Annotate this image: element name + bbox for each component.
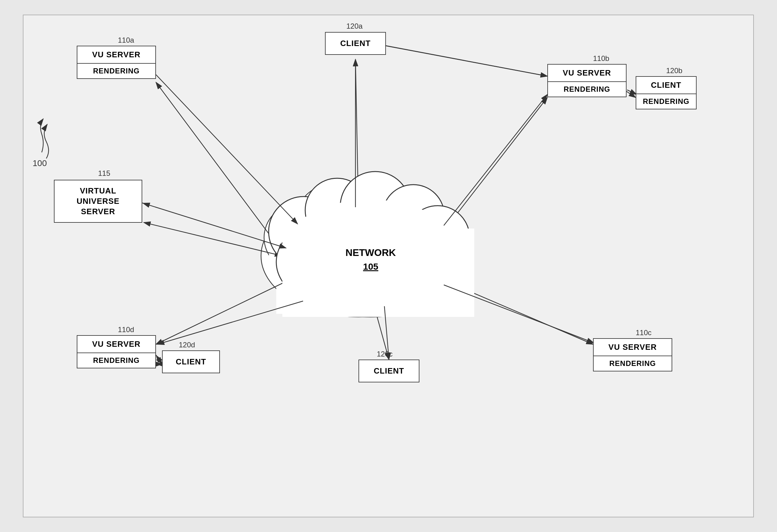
client-b-ref: 120b — [666, 67, 682, 75]
client-b-sub: RENDERING — [636, 94, 696, 109]
client-c: CLIENT — [358, 359, 419, 383]
svg-point-15 — [382, 185, 444, 247]
vu-server-c-ref: 110c — [636, 328, 652, 337]
client-d: CLIENT — [162, 350, 220, 373]
vu-server-c-sub: RENDERING — [594, 356, 672, 371]
vu-server-d: VU SERVER RENDERING — [77, 335, 156, 368]
arrow-net-vuc — [444, 285, 594, 343]
svg-point-18 — [283, 200, 459, 306]
arrow-vub-clientb — [627, 91, 636, 98]
arrow-client-a-vub — [386, 46, 547, 76]
svg-point-12 — [269, 197, 339, 267]
svg-point-1 — [264, 204, 331, 271]
client-d-ref: 120d — [179, 341, 195, 349]
vu-server-d-title: VU SERVER — [77, 336, 155, 353]
arrow-net-vub — [444, 94, 547, 225]
client-a: CLIENT — [325, 32, 386, 55]
arrow-vua-net — [156, 75, 298, 224]
arrow-vub-cb — [627, 90, 637, 94]
client-d-label: CLIENT — [162, 351, 219, 373]
arrow-vud-clientd — [156, 355, 162, 364]
svg-point-14 — [340, 172, 410, 242]
arrow-network-vud — [156, 280, 289, 344]
vu-server-d-sub: RENDERING — [77, 353, 155, 368]
arrow-network-vuc — [444, 280, 593, 344]
vus-ref: 115 — [98, 169, 110, 178]
arrow-network-vub — [441, 98, 547, 235]
vu-server-b-ref: 110b — [593, 54, 609, 63]
arrow-vus-net — [142, 203, 286, 248]
svg-point-16 — [406, 206, 470, 270]
client-b: CLIENT RENDERING — [636, 76, 696, 109]
svg-point-17 — [276, 207, 465, 317]
svg-rect-19 — [283, 228, 474, 317]
vu-server-b-sub: RENDERING — [548, 82, 626, 97]
virtual-universe-server: VIRTUALUNIVERSESERVER — [54, 180, 142, 223]
arrow-network-client-a — [355, 60, 358, 212]
vu-server-c: VU SERVER RENDERING — [593, 338, 672, 371]
network-number: 105 — [363, 261, 378, 272]
client-a-ref: 120a — [346, 22, 362, 30]
vu-server-a-ref: 110a — [118, 36, 134, 44]
vu-server-a-title: VU SERVER — [77, 46, 155, 64]
svg-point-5 — [404, 210, 465, 271]
arrow-net-vud — [157, 301, 303, 344]
svg-point-2 — [298, 186, 358, 247]
client-a-label: CLIENT — [326, 33, 385, 54]
vu-server-a: VU SERVER RENDERING — [77, 46, 156, 79]
ref-100: 100 — [32, 158, 47, 168]
svg-point-3 — [334, 177, 401, 244]
arrow-network-vus — [144, 222, 283, 256]
svg-rect-7 — [276, 241, 459, 314]
network-cloud — [261, 177, 465, 317]
vu-server-a-sub: RENDERING — [77, 64, 155, 78]
ref100-squiggle — [44, 124, 48, 158]
vus-label: VIRTUALUNIVERSESERVER — [54, 180, 142, 222]
diagram-container: NETWORK 105 VU SERVER RENDERING 110a CLI… — [23, 15, 754, 517]
network-text: NETWORK — [345, 247, 396, 258]
svg-point-0 — [261, 195, 456, 317]
vu-server-c-title: VU SERVER — [594, 339, 672, 356]
svg-point-4 — [380, 189, 441, 250]
cloud-shape — [269, 172, 474, 317]
vu-server-d-ref: 110d — [118, 325, 134, 334]
arrow-network-vua — [156, 82, 276, 244]
client-c-label: CLIENT — [359, 360, 419, 382]
arrow-ca-vub — [385, 46, 547, 76]
ref-100-arrow — [40, 119, 43, 152]
client-b-title: CLIENT — [636, 77, 696, 94]
svg-point-6 — [269, 206, 448, 312]
svg-point-13 — [305, 178, 369, 242]
client-c-ref: 120c — [377, 350, 393, 358]
vu-server-b: VU SERVER RENDERING — [547, 64, 627, 97]
vu-server-b-title: VU SERVER — [548, 65, 626, 82]
